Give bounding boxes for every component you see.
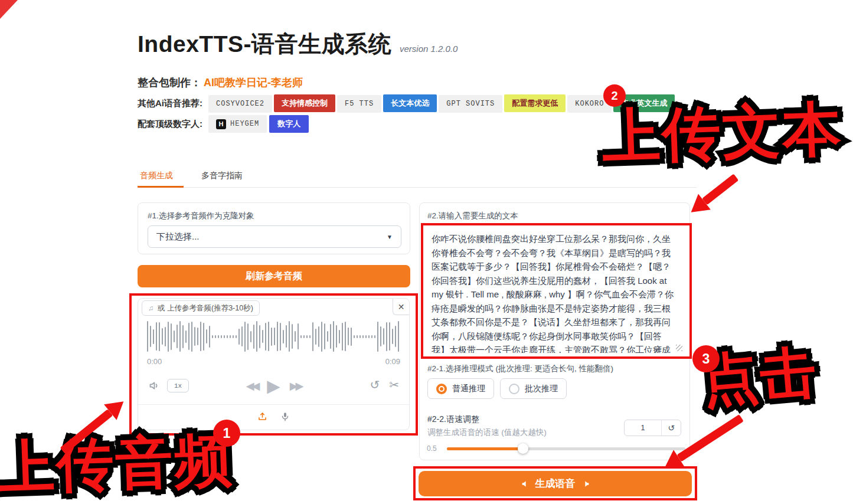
- waveform-bar: [230, 335, 231, 338]
- music-note-icon: ♫: [148, 304, 153, 312]
- waveform-bar: [289, 321, 290, 352]
- player-controls: 1x ◀◀ ▶ ▶▶ ↺ ✂: [147, 377, 400, 395]
- waveform-bar: [241, 326, 243, 346]
- mode-section-label: #2-1.选择推理模式 (批次推理: 更适合长句, 性能翻倍): [427, 364, 613, 374]
- waveform-bar: [292, 324, 293, 349]
- audio-source-row: [138, 405, 409, 430]
- waveform-bar: [197, 328, 198, 345]
- reference-dropdown[interactable]: 下拉选择... ▼: [148, 225, 401, 248]
- digital-label: 配套顶级数字人:: [138, 119, 202, 130]
- waveform-bar: [357, 335, 358, 338]
- recommend-badge[interactable]: 长文本优选: [383, 94, 437, 112]
- waveform-bar: [274, 328, 275, 345]
- maker-label: 整合包制作：: [138, 77, 201, 89]
- waveform-bar: [268, 322, 269, 351]
- waveform-bar: [351, 328, 352, 346]
- waveform-bar: [336, 325, 337, 348]
- waveform-bar: [185, 330, 187, 343]
- recommend-badge[interactable]: 支持情感控制: [274, 94, 335, 112]
- speaker-icon: [521, 479, 530, 489]
- microphone-icon[interactable]: [280, 411, 290, 424]
- generate-voice-button[interactable]: 生成语音: [419, 471, 692, 496]
- transport-controls: ◀◀ ▶ ▶▶: [147, 377, 400, 395]
- waveform-bar: [374, 335, 375, 338]
- waveform-bar: [348, 328, 349, 345]
- waveform-bar: [312, 322, 313, 351]
- waveform-bar: [324, 323, 325, 349]
- heygem-icon: H: [216, 119, 226, 129]
- speed-section-desc: 调整生成语音的语速 (值越大越快): [427, 427, 547, 438]
- recommend-badge[interactable]: GPT SOVITS: [439, 95, 502, 113]
- waveform-bar: [182, 325, 184, 348]
- speed-slider-row: 0.5: [427, 444, 685, 453]
- waveform-bar: [206, 329, 207, 343]
- waveform-bar: [244, 322, 246, 352]
- reset-speed-icon[interactable]: ↺: [661, 420, 681, 436]
- waveform-bar: [265, 323, 266, 351]
- waveform-bar: [191, 322, 192, 352]
- waveform-bar: [188, 323, 189, 350]
- reset-audio-icon[interactable]: ↺: [370, 378, 380, 392]
- audio-upload-label-text: 或 上传参考音频(推荐3-10秒): [158, 303, 253, 313]
- indextts-app: IndexTTS-语音生成系统 version 1.2.0.0 整合包制作：AI…: [0, 0, 853, 504]
- speed-section-label: #2-2.语速调整: [427, 414, 479, 425]
- text-input[interactable]: 你咋不说你腰椎间盘突出好坐穿工位那么呆？那我问你，久坐你脊椎会不会弯？会不会弯？…: [427, 228, 683, 353]
- page-title: IndexTTS-语音生成系统: [138, 28, 391, 60]
- speed-value[interactable]: 1: [625, 420, 661, 436]
- waveform-bar: [174, 330, 175, 342]
- waveform-bar: [395, 326, 396, 347]
- waveform-bar: [221, 335, 222, 338]
- rewind-icon[interactable]: ◀◀: [246, 381, 258, 391]
- waveform-bar: [365, 335, 367, 338]
- refresh-reference-button[interactable]: 刷新参考音频: [138, 265, 410, 287]
- speed-slider[interactable]: [447, 447, 685, 450]
- tab-bar: 音频生成多音字指南: [138, 167, 697, 188]
- mode-radio-label: 批次推理: [525, 384, 558, 394]
- recommend-badge[interactable]: COSYVOICE2: [208, 95, 272, 113]
- close-icon[interactable]: ✕: [393, 299, 409, 315]
- waveform-bar: [179, 321, 181, 352]
- digital-avatar-badge[interactable]: 数字人: [269, 115, 309, 133]
- chevron-down-icon: ▼: [387, 234, 393, 240]
- waveform-bar: [271, 328, 272, 346]
- waveform-bar: [147, 321, 148, 352]
- play-icon[interactable]: ▶: [267, 378, 280, 395]
- recommend-badge[interactable]: F5 TTS: [337, 95, 381, 113]
- annotation-arrow-to-audio: [56, 394, 130, 459]
- tab-audio-generation[interactable]: 音频生成: [138, 167, 184, 188]
- annotation-corner-marker: [0, 0, 18, 19]
- resize-handle[interactable]: [676, 345, 682, 351]
- waveform-bar: [209, 326, 210, 348]
- waveform-bar: [377, 322, 378, 352]
- recommend-badge[interactable]: 配置需求更低: [504, 94, 566, 112]
- waveform-bar: [295, 331, 296, 342]
- waveform-bar: [162, 328, 163, 345]
- mode-radio-normal[interactable]: 普通推理: [427, 378, 494, 399]
- slider-thumb[interactable]: [518, 443, 528, 454]
- waveform-bar: [236, 335, 237, 338]
- upload-icon[interactable]: [257, 411, 268, 424]
- audio-player-card: ♫ 或 上传参考音频(推荐3-10秒) ✕ 0:00 0:09 1x ◀◀ ▶ …: [138, 298, 410, 430]
- mode-radio-batch[interactable]: 批次推理: [500, 378, 567, 399]
- waveform-bar: [398, 321, 399, 352]
- fast-forward-icon[interactable]: ▶▶: [290, 381, 302, 391]
- waveform[interactable]: [147, 320, 401, 353]
- trim-scissors-icon[interactable]: ✂: [389, 378, 399, 392]
- waveform-bar: [159, 322, 160, 351]
- waveform-bar: [165, 327, 166, 346]
- waveform-bar: [330, 324, 331, 349]
- waveform-bar: [359, 335, 361, 338]
- waveform-bar: [342, 323, 343, 351]
- waveform-bar: [253, 325, 254, 349]
- tab-polyphone-guide[interactable]: 多音字指南: [199, 167, 253, 187]
- waveform-bar: [168, 322, 169, 352]
- radio-icon: [509, 384, 519, 394]
- waveform-bar: [203, 323, 204, 351]
- heygem-badge[interactable]: H HEYGEM: [208, 115, 267, 133]
- waveform-bar: [194, 327, 195, 346]
- waveform-bar: [171, 323, 172, 350]
- digital-row: 配套顶级数字人: H HEYGEM 数字人: [138, 114, 309, 133]
- waveform-bar: [371, 335, 372, 338]
- waveform-bar: [259, 325, 260, 348]
- waveform-bar: [177, 325, 178, 348]
